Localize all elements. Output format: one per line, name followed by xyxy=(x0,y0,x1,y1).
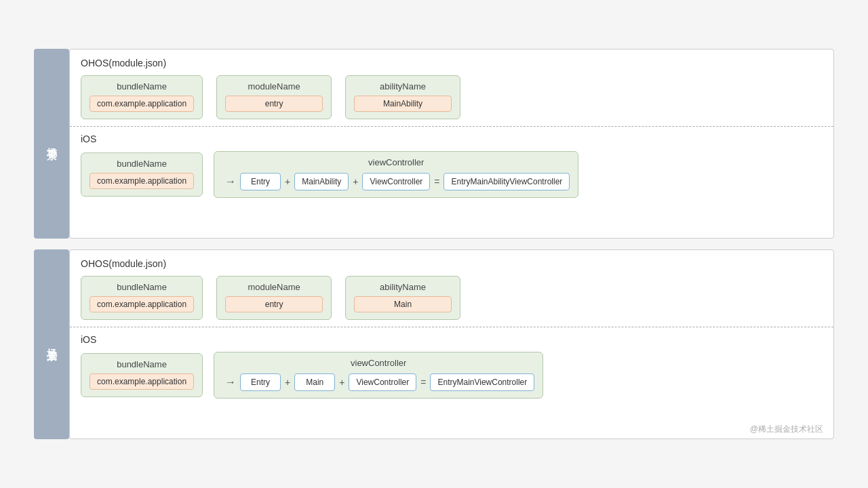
scene-2-eq: = xyxy=(420,377,426,388)
scene-1-ios-row: bundleName com.example.application viewC… xyxy=(81,151,823,198)
scene-1-bundle-label: bundleName xyxy=(90,81,194,92)
scene-1-module-label: moduleName xyxy=(225,81,323,92)
scene-2-label: 场景二 xyxy=(34,249,69,439)
scene-1-bundle-value: com.example.application xyxy=(90,96,194,112)
scene-2-ios-bundle-label: bundleName xyxy=(90,359,194,369)
scene-1-ability-card: abilityName MainAbility xyxy=(345,75,460,119)
scene-2-module-label: moduleName xyxy=(225,282,323,292)
scene-2-module-card: moduleName entry xyxy=(216,276,332,320)
scene-2-bundle-label: bundleName xyxy=(90,282,194,292)
scene-1-ability-tag: MainAbility xyxy=(294,173,349,190)
scene-1-ios-bundle-label: bundleName xyxy=(90,159,194,169)
scene-1-ability-label: abilityName xyxy=(354,81,452,92)
scene-2-module-value: entry xyxy=(225,296,323,312)
scene-2-arrow: → xyxy=(225,376,236,388)
scene-1-result-tag: EntryMainAbilityViewController xyxy=(443,173,570,190)
scene-2-ios-bundle-value: com.example.application xyxy=(90,373,194,390)
scene-2-ability-card: abilityName Main xyxy=(345,276,460,320)
scene-1-row: 场景一 OHOS(module.json) bundleName com.exa… xyxy=(34,49,834,239)
scene-2-ability-value: Main xyxy=(354,296,452,312)
scene-1-vc-tag: ViewController xyxy=(362,173,430,190)
scene-2-vc-tag: ViewController xyxy=(349,373,416,391)
scene-2-ability-label: abilityName xyxy=(354,282,452,292)
scene-1-label: 场景一 xyxy=(34,49,69,239)
scene-2-bundle-card: bundleName com.example.application xyxy=(81,276,203,320)
scene-2-ios-section: iOS bundleName com.example.application v… xyxy=(70,327,833,408)
scene-1-ability-value: MainAbility xyxy=(354,96,452,112)
scene-2-plus2: + xyxy=(339,377,344,388)
scene-1-content: OHOS(module.json) bundleName com.example… xyxy=(69,49,834,239)
scene-1-eq: = xyxy=(434,176,439,187)
scene-1-ios-section: iOS bundleName com.example.application v… xyxy=(70,127,833,207)
scene-2-ability-tag: Main xyxy=(294,373,335,391)
scene-1-ios-bundle-card: bundleName com.example.application xyxy=(81,152,203,197)
scene-1-ohos-section: OHOS(module.json) bundleName com.example… xyxy=(70,49,833,127)
scene-2-vc-title: viewController xyxy=(351,358,406,368)
scene-2-cards-row: bundleName com.example.application modul… xyxy=(81,276,823,320)
scene-1-plus2: + xyxy=(353,176,358,187)
scene-2-row: 场景二 OHOS(module.json) bundleName com.exa… xyxy=(34,249,834,439)
scene-2-ios-row: bundleName com.example.application viewC… xyxy=(81,352,823,399)
page-wrapper: 场景一 OHOS(module.json) bundleName com.exa… xyxy=(34,49,834,439)
watermark: @稀土掘金技术社区 xyxy=(750,424,823,435)
scene-2-content: OHOS(module.json) bundleName com.example… xyxy=(69,249,834,439)
scene-1-vc-inner: → Entry + MainAbility + ViewController =… xyxy=(222,173,570,190)
scene-1-vc-title: viewController xyxy=(368,157,424,167)
scene-2-plus1: + xyxy=(285,377,290,388)
scene-1-ohos-title: OHOS(module.json) xyxy=(81,58,823,68)
scene-1-vc-card: viewController → Entry + MainAbility + V… xyxy=(214,151,578,198)
scene-1-plus1: + xyxy=(285,176,290,187)
scene-2-ohos-title: OHOS(module.json) xyxy=(81,258,823,269)
scene-1-module-value: entry xyxy=(225,96,323,112)
scene-2-vc-inner: → Entry + Main + ViewController = EntryM… xyxy=(222,373,534,391)
scene-2-entry-tag: Entry xyxy=(240,373,281,391)
scene-1-bundle-card: bundleName com.example.application xyxy=(81,75,203,119)
scene-1-entry-tag: Entry xyxy=(240,173,281,190)
scene-1-ios-title: iOS xyxy=(81,134,823,144)
scene-2-ios-bundle-card: bundleName com.example.application xyxy=(81,353,203,397)
scene-1-arrow: → xyxy=(225,176,236,188)
scene-2-vc-card: viewController → Entry + Main + ViewCont… xyxy=(214,352,543,399)
scene-2-ohos-section: OHOS(module.json) bundleName com.example… xyxy=(70,250,833,327)
scene-1-ios-bundle-value: com.example.application xyxy=(90,173,194,189)
scene-2-ios-title: iOS xyxy=(81,334,823,345)
scene-1-module-card: moduleName entry xyxy=(216,75,332,119)
scene-2-result-tag: EntryMainViewController xyxy=(430,373,534,391)
scene-1-cards-row: bundleName com.example.application modul… xyxy=(81,75,823,119)
scene-2-bundle-value: com.example.application xyxy=(90,296,194,312)
